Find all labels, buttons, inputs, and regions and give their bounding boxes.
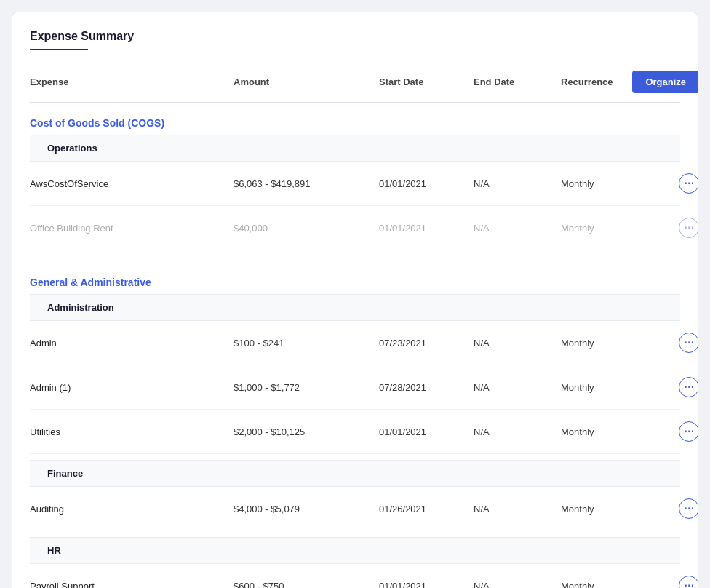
expense-amount: $4,000 - $5,079 bbox=[234, 504, 379, 514]
table-row: Admin$100 - $24107/23/2021N/AMonthly⋯ bbox=[30, 321, 680, 365]
expense-amount: $40,000 bbox=[234, 223, 379, 234]
action-cell: ⋯ bbox=[655, 576, 698, 588]
expense-name: Utilities bbox=[30, 426, 234, 437]
action-cell: ⋯ bbox=[655, 421, 698, 442]
more-options-button[interactable]: ⋯ bbox=[679, 421, 698, 442]
expense-amount: $600 - $750 bbox=[234, 581, 379, 589]
expense-start-date: 01/01/2021 bbox=[379, 581, 474, 589]
category-title-cogs: Cost of Goods Sold (COGS) bbox=[30, 103, 680, 135]
expense-name: Admin (1) bbox=[30, 382, 234, 393]
expense-recurrence: Monthly bbox=[561, 178, 655, 189]
more-options-button[interactable]: ⋯ bbox=[679, 498, 698, 519]
expense-end-date: N/A bbox=[474, 338, 561, 349]
expense-name: Payroll Support bbox=[30, 581, 234, 589]
expense-amount: $1,000 - $1,772 bbox=[234, 382, 379, 393]
expense-amount: $2,000 - $10,125 bbox=[234, 426, 379, 437]
table-row: Payroll Support$600 - $75001/01/2021N/AM… bbox=[30, 564, 680, 588]
expense-recurrence: Monthly bbox=[561, 504, 655, 514]
expense-amount: $6,063 - $419,891 bbox=[234, 178, 379, 189]
col-end-date: End Date bbox=[474, 76, 561, 87]
table-row: Office Building Rent$40,00001/01/2021N/A… bbox=[30, 206, 680, 250]
expense-start-date: 01/01/2021 bbox=[379, 223, 474, 234]
expense-recurrence: Monthly bbox=[561, 426, 655, 437]
action-cell: ⋯ bbox=[655, 377, 698, 397]
expense-end-date: N/A bbox=[474, 504, 561, 514]
expense-end-date: N/A bbox=[474, 223, 561, 234]
expense-end-date: N/A bbox=[474, 581, 561, 589]
card-title: Expense Summary bbox=[30, 30, 680, 43]
organize-container: Organize bbox=[655, 71, 698, 93]
table-row: Utilities$2,000 - $10,12501/01/2021N/AMo… bbox=[30, 410, 680, 454]
subcategory-title-administration: Administration bbox=[30, 294, 680, 321]
expense-start-date: 01/01/2021 bbox=[379, 426, 474, 437]
action-cell: ⋯ bbox=[655, 498, 698, 519]
subcategory-title-hr: HR bbox=[30, 537, 680, 564]
more-options-button[interactable]: ⋯ bbox=[679, 377, 698, 397]
expense-end-date: N/A bbox=[474, 178, 561, 189]
expense-end-date: N/A bbox=[474, 426, 561, 437]
spacer bbox=[30, 454, 680, 460]
expense-summary-card: Expense Summary Expense Amount Start Dat… bbox=[12, 12, 698, 588]
organize-button[interactable]: Organize bbox=[632, 71, 698, 93]
subcategory-title-finance: Finance bbox=[30, 460, 680, 487]
table-row: Admin (1)$1,000 - $1,77207/28/2021N/AMon… bbox=[30, 365, 680, 410]
table-row: AwsCostOfService$6,063 - $419,89101/01/2… bbox=[30, 162, 680, 206]
more-options-button[interactable]: ⋯ bbox=[679, 218, 698, 238]
expense-start-date: 01/01/2021 bbox=[379, 178, 474, 189]
expense-start-date: 07/23/2021 bbox=[379, 338, 474, 349]
expense-name: Admin bbox=[30, 338, 234, 349]
more-options-button[interactable]: ⋯ bbox=[679, 333, 698, 353]
action-cell: ⋯ bbox=[655, 218, 698, 238]
col-amount: Amount bbox=[234, 76, 379, 87]
expense-name: AwsCostOfService bbox=[30, 178, 234, 189]
more-options-button[interactable]: ⋯ bbox=[679, 173, 698, 194]
category-spacer bbox=[30, 250, 680, 262]
table-header: Expense Amount Start Date End Date Recur… bbox=[30, 62, 680, 103]
expense-amount: $100 - $241 bbox=[234, 338, 379, 349]
more-options-button[interactable]: ⋯ bbox=[679, 576, 698, 588]
expense-recurrence: Monthly bbox=[561, 338, 655, 349]
subcategory-title-operations: Operations bbox=[30, 135, 680, 162]
expense-start-date: 01/26/2021 bbox=[379, 504, 474, 514]
spacer bbox=[30, 531, 680, 537]
expense-recurrence: Monthly bbox=[561, 382, 655, 393]
expense-recurrence: Monthly bbox=[561, 223, 655, 234]
expense-start-date: 07/28/2021 bbox=[379, 382, 474, 393]
expense-name: Auditing bbox=[30, 504, 234, 514]
action-cell: ⋯ bbox=[655, 333, 698, 353]
col-expense: Expense bbox=[30, 76, 234, 87]
expense-recurrence: Monthly bbox=[561, 581, 655, 589]
col-start-date: Start Date bbox=[379, 76, 474, 87]
expense-name: Office Building Rent bbox=[30, 223, 234, 234]
expense-end-date: N/A bbox=[474, 382, 561, 393]
table-row: Auditing$4,000 - $5,07901/26/2021N/AMont… bbox=[30, 487, 680, 531]
action-cell: ⋯ bbox=[655, 173, 698, 194]
title-underline bbox=[30, 49, 88, 50]
category-title-ga: General & Administrative bbox=[30, 262, 680, 294]
categories-container: Cost of Goods Sold (COGS)OperationsAwsCo… bbox=[30, 103, 680, 588]
